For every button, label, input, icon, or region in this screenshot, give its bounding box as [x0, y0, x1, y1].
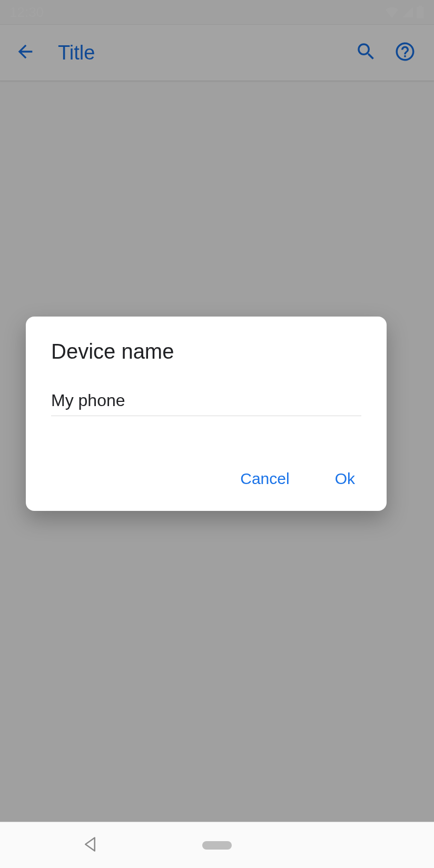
cancel-button[interactable]: Cancel: [236, 467, 293, 491]
system-nav-bar: [0, 822, 434, 868]
home-pill[interactable]: [202, 841, 232, 850]
dialog-actions: Cancel Ok: [51, 467, 361, 496]
input-container: [51, 391, 361, 416]
nav-back-button[interactable]: [83, 836, 97, 854]
device-name-dialog: Device name Cancel Ok: [26, 317, 387, 511]
device-name-input[interactable]: [51, 391, 361, 410]
nav-back-icon: [83, 845, 97, 854]
ok-button[interactable]: Ok: [331, 467, 359, 491]
dialog-title: Device name: [51, 340, 361, 363]
